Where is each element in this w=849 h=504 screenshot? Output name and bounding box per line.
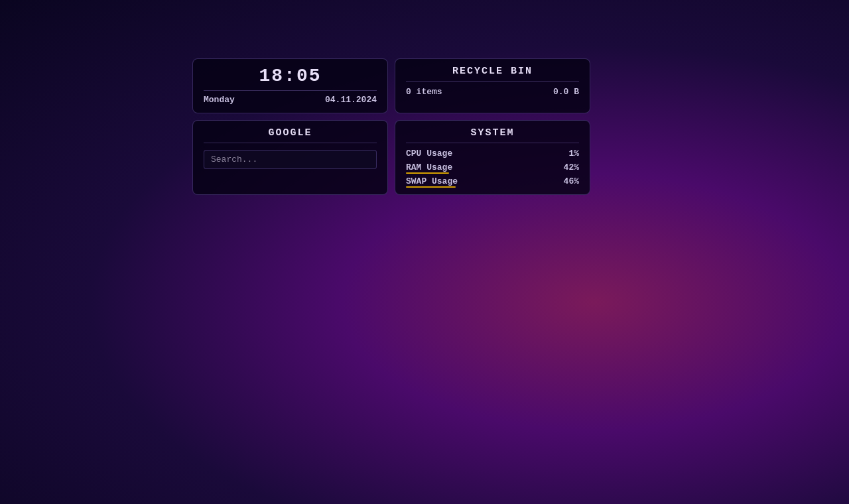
- recycle-bin-items: 0 items: [406, 87, 442, 97]
- google-search-input[interactable]: [204, 150, 377, 169]
- swap-value: 46%: [564, 176, 579, 186]
- system-title: SYSTEM: [406, 127, 579, 139]
- ram-value: 42%: [564, 162, 579, 172]
- recycle-bin-title: RECYCLE BIN: [406, 66, 579, 77]
- clock-date-row: Monday 04.11.2024: [204, 95, 377, 105]
- system-row-cpu: CPU Usage 1%: [406, 149, 579, 158]
- google-divider: [204, 143, 377, 143]
- system-row-ram: RAM Usage 42%: [406, 162, 579, 172]
- clock-widget: 18:05 Monday 04.11.2024: [192, 58, 388, 113]
- system-divider: [406, 143, 579, 143]
- swap-label: SWAP Usage: [406, 176, 458, 186]
- clock-date: 04.11.2024: [325, 95, 377, 105]
- clock-divider: [204, 90, 377, 91]
- recycle-bin-size: 0.0 B: [553, 87, 579, 97]
- recycle-bin-divider: [406, 81, 579, 82]
- clock-time: 18:05: [204, 66, 377, 86]
- clock-day: Monday: [204, 95, 235, 105]
- system-widget: SYSTEM CPU Usage 1% RAM Usage 42% SWAP U…: [395, 120, 590, 195]
- ram-label: RAM Usage: [406, 162, 452, 172]
- recycle-bin-row: 0 items 0.0 B: [406, 87, 579, 97]
- google-widget: GOOGLE: [192, 120, 388, 195]
- cpu-value: 1%: [568, 149, 579, 158]
- recycle-bin-widget: RECYCLE BIN 0 items 0.0 B: [395, 58, 590, 113]
- system-row-swap: SWAP Usage 46%: [406, 176, 579, 186]
- widgets-container: 18:05 Monday 04.11.2024 RECYCLE BIN 0 it…: [192, 58, 590, 195]
- cpu-label: CPU Usage: [406, 149, 452, 158]
- google-title: GOOGLE: [204, 127, 377, 139]
